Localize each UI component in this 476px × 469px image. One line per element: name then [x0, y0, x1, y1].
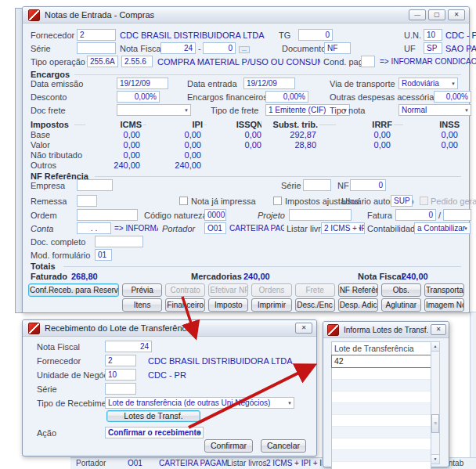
- grid-row-empty[interactable]: [332, 403, 431, 415]
- dropdown-arrow-icon[interactable]: ▼: [463, 226, 468, 231]
- fornecedor-label: Fornecedor: [31, 29, 74, 41]
- previa-button[interactable]: Prévia: [122, 283, 162, 297]
- dropdown-arrow-icon[interactable]: ▼: [464, 108, 469, 113]
- cond-pag-field[interactable]: [361, 56, 375, 67]
- dropdown-arrow-icon[interactable]: ▼: [358, 226, 362, 231]
- tipo-nota-dropdown[interactable]: Normal▼: [398, 104, 471, 116]
- scrollbar-thumb[interactable]: ≡: [431, 414, 439, 433]
- more-button[interactable]: ...: [239, 46, 250, 53]
- uf-label: UF: [404, 42, 416, 55]
- cancelar-button[interactable]: Cancelar: [261, 439, 306, 453]
- lotes-grid-row-selected[interactable]: 42: [331, 355, 431, 368]
- ordem-field[interactable]: [77, 209, 138, 221]
- uf-code-field[interactable]: SP: [424, 42, 442, 54]
- fatura-field2[interactable]: [443, 209, 471, 221]
- nfref-serie-field[interactable]: [303, 179, 331, 191]
- efetivar-nf-button: Efetivar NF: [208, 283, 248, 297]
- contabilidade-label: Contabilidade: [367, 222, 420, 235]
- scrollbar-up-icon[interactable]: ▲: [431, 342, 439, 352]
- tipo-operacao-code2-field[interactable]: 2.55.6: [121, 56, 153, 67]
- close-icon[interactable]: ✕: [295, 323, 312, 334]
- listar-livros-dropdown[interactable]: 2 ICMS + IPI + ISS▼: [321, 222, 365, 234]
- mod-formulario-field[interactable]: 01: [95, 249, 112, 261]
- nota-fiscal-field2[interactable]: 0: [203, 42, 236, 54]
- cod-natureza-field[interactable]: 0000: [204, 209, 226, 221]
- lotes-scrollbar[interactable]: ▲ ≡ ▼: [431, 341, 440, 464]
- impostos-ajustados-checkbox[interactable]: [273, 197, 282, 205]
- recebimento-dialog-titlebar[interactable]: Recebimento do Lote de Transferência ✕: [23, 320, 316, 337]
- obs-button[interactable]: Obs.: [381, 283, 421, 297]
- confirmar-button[interactable]: Confirmar: [204, 439, 253, 453]
- desc-enc-button[interactable]: Desc./Enc: [295, 298, 335, 312]
- fatura-field[interactable]: 0: [395, 209, 436, 221]
- imprimir-button[interactable]: Imprimir: [251, 298, 291, 312]
- un-code-field[interactable]: 10: [424, 29, 442, 41]
- imposto-button[interactable]: Imposto: [208, 298, 248, 312]
- dlg-serie-field[interactable]: [105, 383, 136, 395]
- nfref-nf-field[interactable]: 0: [350, 179, 386, 191]
- imagem-nota-button[interactable]: Imagem Nota: [424, 298, 464, 312]
- grid-row-empty[interactable]: [332, 427, 431, 438]
- documento-field[interactable]: NF: [324, 42, 351, 54]
- minimize-icon[interactable]: —: [409, 9, 426, 20]
- close-icon[interactable]: ✕: [431, 324, 446, 335]
- grid-row-empty[interactable]: [332, 380, 431, 391]
- doc-completo-field[interactable]: [95, 236, 143, 247]
- grid-row-empty[interactable]: [332, 415, 431, 427]
- projeto-field[interactable]: [289, 209, 352, 221]
- encargos-divider: [74, 74, 461, 75]
- tg-label: TG: [279, 29, 290, 41]
- via-transporte-dropdown[interactable]: Rodoviária▼: [398, 78, 458, 89]
- empresa-field[interactable]: [77, 179, 113, 191]
- serie-label: Série: [31, 42, 51, 55]
- remessa-field[interactable]: [77, 195, 97, 207]
- nota-impressa-checkbox[interactable]: [179, 197, 188, 205]
- itens-button[interactable]: Itens: [122, 298, 162, 312]
- doc-frete-dropdown[interactable]: ▼: [117, 104, 191, 116]
- dropdown-arrow-icon[interactable]: ▼: [451, 81, 456, 86]
- conta-hint: => INFORMAR: [114, 222, 158, 235]
- serie-field[interactable]: [77, 42, 116, 54]
- maximize-icon[interactable]: ▢: [428, 9, 445, 20]
- usuario-autorizado-field[interactable]: SUP: [391, 195, 413, 207]
- desp-adic-button[interactable]: Desp. Adic: [338, 298, 378, 312]
- dlg-fornecedor-field[interactable]: 2: [105, 355, 136, 366]
- data-emissao-field[interactable]: 19/12/09: [117, 78, 168, 89]
- nf-referencia-button[interactable]: NF Referência: [338, 283, 378, 297]
- grid-row-empty[interactable]: [332, 438, 431, 450]
- grid-row-empty[interactable]: [332, 462, 431, 469]
- dropdown-arrow-icon[interactable]: ▼: [287, 401, 292, 406]
- dlg-un-field[interactable]: 10: [105, 369, 136, 381]
- conta-field[interactable]: . .: [77, 222, 111, 234]
- main-window-titlebar[interactable]: Notas de Entrada - Compras — ▢ ✕: [23, 7, 469, 23]
- transportadora-button[interactable]: Transportadora: [424, 283, 464, 297]
- lotes-de-transf-button[interactable]: Lotes de Transf.: [106, 410, 200, 422]
- totais-nota-fiscal-label: Nota Fiscal: [358, 270, 404, 283]
- desconto-field[interactable]: 0,00%: [117, 91, 160, 103]
- informa-lotes-titlebar[interactable]: Informa Lotes de Transf. ✕: [323, 322, 449, 338]
- dlg-acao-dropdown[interactable]: Confirmar o recebimento▼: [105, 427, 204, 438]
- financeiro-button[interactable]: Financeiro: [165, 298, 205, 312]
- close-icon[interactable]: ✕: [448, 9, 465, 20]
- grid-row-empty[interactable]: [332, 391, 431, 403]
- conf-receb-reservas-button[interactable]: Conf.Receb. para Reservas: [28, 283, 119, 297]
- scrollbar-down-icon[interactable]: ▼: [431, 454, 439, 464]
- grid-row-empty[interactable]: [332, 368, 431, 380]
- dropdown-arrow-icon[interactable]: ▼: [184, 108, 189, 113]
- nota-fiscal-field[interactable]: 24: [160, 42, 196, 54]
- data-entrada-field[interactable]: 19/12/09: [243, 78, 295, 89]
- encargos-fin-field[interactable]: 0,00%: [265, 91, 308, 103]
- dlg-nota-fiscal-field[interactable]: 24: [105, 341, 152, 352]
- tg-field[interactable]: 0: [298, 29, 333, 41]
- outras-despesas-field[interactable]: 0,00%: [434, 91, 471, 103]
- fornecedor-code-field[interactable]: 2: [77, 29, 116, 41]
- dropdown-arrow-icon[interactable]: ▼: [197, 431, 201, 435]
- fornecedor-name: CDC BRASIL DISTRIBUIDORA LTDA: [120, 29, 265, 41]
- grid-row-empty[interactable]: [332, 450, 431, 462]
- contabilidade-dropdown[interactable]: a Contabilizar▼: [414, 222, 471, 234]
- aglutinar-button[interactable]: Aglutinar: [381, 298, 421, 312]
- tipo-operacao-code1-field[interactable]: 255.6A: [87, 56, 118, 67]
- faturado-label: Faturado: [31, 270, 67, 283]
- portador-field[interactable]: O01: [204, 222, 226, 234]
- dlg-tipo-recebimento-dropdown[interactable]: Lote de transferência (de outras Uni.Neg…: [105, 397, 294, 409]
